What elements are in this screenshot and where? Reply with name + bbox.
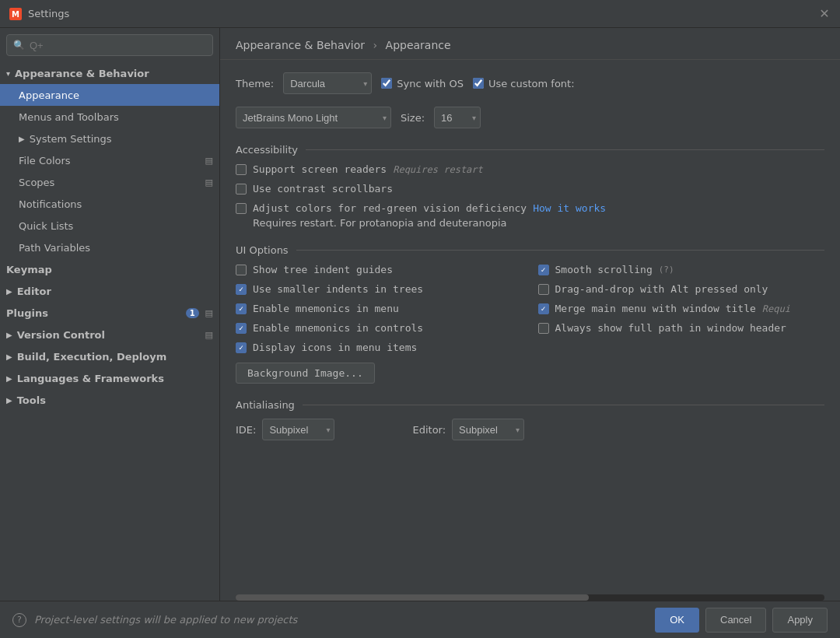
sidebar-item-quick-lists[interactable]: Quick Lists bbox=[0, 215, 219, 237]
merge-menu-label: Merge main menu with window title bbox=[555, 303, 756, 314]
screen-readers-row: Support screen readers Requires restart bbox=[236, 163, 824, 175]
sidebar-item-system-settings[interactable]: ▶ System Settings bbox=[0, 128, 219, 149]
sidebar-item-menus-toolbars[interactable]: Menus and Toolbars bbox=[0, 106, 219, 128]
chevron-right-icon: ▶ bbox=[6, 287, 12, 296]
breadcrumb: Appearance & Behavior › Appearance bbox=[236, 39, 824, 51]
drag-drop-label: Drag-and-drop with Alt pressed only bbox=[555, 283, 768, 295]
footer-left: ? Project-level settings will be applied… bbox=[12, 613, 297, 627]
sidebar-item-languages[interactable]: ▶ Languages & Frameworks bbox=[0, 367, 219, 389]
plugins-badge: 1 bbox=[186, 308, 199, 318]
custom-font-checkbox-label[interactable]: Use custom font: bbox=[473, 78, 575, 89]
sync-os-checkbox-label[interactable]: Sync with OS bbox=[381, 78, 464, 89]
title-bar: M Settings ✕ bbox=[0, 0, 840, 28]
sidebar-item-label: Quick Lists bbox=[19, 220, 73, 232]
contrast-scrollbars-row: Use contrast scrollbars bbox=[236, 183, 824, 195]
display-icons-row: ✓ Display icons in menu items bbox=[236, 342, 523, 353]
drag-drop-checkbox[interactable] bbox=[538, 284, 549, 295]
theme-dropdown-wrapper[interactable]: Darcula IntelliJ Light High Contrast bbox=[283, 72, 372, 94]
close-button[interactable]: ✕ bbox=[818, 8, 831, 20]
theme-select[interactable]: Darcula IntelliJ Light High Contrast bbox=[283, 72, 372, 94]
sidebar-item-path-variables[interactable]: Path Variables bbox=[0, 237, 219, 258]
custom-font-checkbox[interactable] bbox=[473, 78, 484, 89]
editor-aa-select[interactable]: Subpixel Greyscale None bbox=[452, 419, 524, 440]
main-layout: 🔍 ▾ Appearance & Behavior Appearance Men… bbox=[0, 28, 840, 601]
smaller-indents-label: Use smaller indents in trees bbox=[253, 283, 423, 295]
content-panel: Appearance & Behavior › Appearance Theme… bbox=[220, 28, 840, 601]
footer-buttons: OK Cancel Apply bbox=[655, 608, 828, 633]
editor-aa-dropdown-wrapper[interactable]: Subpixel Greyscale None bbox=[452, 419, 524, 440]
ide-aa-dropdown-wrapper[interactable]: Subpixel Greyscale None bbox=[262, 419, 334, 440]
breadcrumb-parent: Appearance & Behavior bbox=[236, 39, 365, 51]
sidebar-item-appearance-behavior[interactable]: ▾ Appearance & Behavior bbox=[0, 62, 219, 84]
sidebar-item-label: Editor bbox=[17, 286, 51, 297]
footer-note: Project-level settings will be applied t… bbox=[34, 614, 297, 626]
sidebar-item-editor[interactable]: ▶ Editor bbox=[0, 280, 219, 302]
contrast-scrollbars-checkbox[interactable] bbox=[236, 184, 247, 195]
mnemonics-controls-checkbox[interactable]: ✓ bbox=[236, 323, 247, 334]
ide-aa-select[interactable]: Subpixel Greyscale None bbox=[262, 419, 334, 440]
merge-menu-checkbox[interactable]: ✓ bbox=[538, 303, 549, 314]
breadcrumb-separator: › bbox=[373, 39, 378, 51]
sidebar-item-tools[interactable]: ▶ Tools bbox=[0, 389, 219, 411]
breadcrumb-current: Appearance bbox=[386, 39, 451, 51]
tree-indent-row: Show tree indent guides bbox=[236, 264, 523, 275]
plugins-badge-row: 1 ▤ bbox=[186, 308, 213, 318]
background-image-button[interactable]: Background Image... bbox=[236, 363, 375, 384]
display-icons-checkbox[interactable]: ✓ bbox=[236, 342, 247, 353]
sidebar-item-keymap[interactable]: Keymap bbox=[0, 258, 219, 280]
help-button[interactable]: ? bbox=[12, 613, 26, 627]
search-input[interactable] bbox=[30, 40, 206, 51]
sidebar-item-label: Notifications bbox=[19, 198, 82, 210]
display-icons-label: Display icons in menu items bbox=[253, 342, 417, 353]
full-path-label: Always show full path in window header bbox=[555, 322, 786, 334]
contrast-scrollbars-label: Use contrast scrollbars bbox=[253, 183, 393, 195]
smaller-indents-checkbox[interactable]: ✓ bbox=[236, 284, 247, 295]
apply-button[interactable]: Apply bbox=[772, 608, 828, 633]
sidebar-item-scopes[interactable]: Scopes ▤ bbox=[0, 171, 219, 193]
accessibility-section: Accessibility Support screen readers Req… bbox=[236, 144, 824, 229]
screen-readers-label: Support screen readers bbox=[253, 163, 387, 175]
search-box[interactable]: 🔍 bbox=[6, 34, 213, 56]
sidebar-item-build-execution[interactable]: ▶ Build, Execution, Deploym bbox=[0, 345, 219, 367]
check-mark: ✓ bbox=[239, 324, 243, 332]
font-dropdown-wrapper[interactable]: JetBrains Mono Light JetBrains Mono Cons… bbox=[236, 107, 391, 128]
mnemonics-menu-checkbox[interactable]: ✓ bbox=[236, 303, 247, 314]
edit-icon: ▤ bbox=[205, 308, 213, 318]
sync-os-checkbox[interactable] bbox=[381, 78, 392, 89]
smooth-scrolling-checkbox[interactable]: ✓ bbox=[538, 265, 549, 275]
screen-readers-checkbox[interactable] bbox=[236, 164, 247, 175]
sidebar-item-notifications[interactable]: Notifications bbox=[0, 193, 219, 215]
how-it-works-link[interactable]: How it works bbox=[533, 202, 606, 214]
ide-antialias-item: IDE: Subpixel Greyscale None bbox=[236, 419, 334, 440]
sidebar-item-label: Menus and Toolbars bbox=[19, 111, 119, 123]
sidebar-item-version-control[interactable]: ▶ Version Control ▤ bbox=[0, 324, 219, 345]
antialiasing-section: Antialiasing IDE: Subpixel Greyscale Non… bbox=[236, 399, 824, 440]
smaller-indents-row: ✓ Use smaller indents in trees bbox=[236, 283, 523, 295]
sidebar-group-label: Appearance & Behavior bbox=[15, 68, 149, 79]
font-select[interactable]: JetBrains Mono Light JetBrains Mono Cons… bbox=[236, 107, 391, 128]
help-icon[interactable]: (?) bbox=[659, 265, 674, 275]
sidebar-item-label: Build, Execution, Deploym bbox=[17, 351, 167, 363]
size-dropdown-wrapper[interactable]: 16 12 13 14 18 20 bbox=[434, 107, 481, 128]
tree-indent-checkbox[interactable] bbox=[236, 265, 247, 275]
full-path-row: Always show full path in window header bbox=[538, 322, 825, 334]
sidebar-item-file-colors[interactable]: File Colors ▤ bbox=[0, 149, 219, 171]
svg-text:M: M bbox=[12, 10, 19, 19]
content-header: Appearance & Behavior › Appearance bbox=[220, 28, 840, 60]
horizontal-scrollbar[interactable] bbox=[236, 594, 824, 601]
ok-button[interactable]: OK bbox=[655, 608, 699, 633]
red-green-checkbox[interactable] bbox=[236, 203, 247, 214]
ide-aa-label: IDE: bbox=[236, 424, 256, 436]
sidebar-item-plugins[interactable]: Plugins 1 ▤ bbox=[0, 302, 219, 324]
theme-label: Theme: bbox=[236, 78, 274, 89]
sidebar-item-appearance[interactable]: Appearance bbox=[0, 84, 219, 106]
cancel-button[interactable]: Cancel bbox=[705, 608, 766, 633]
size-select[interactable]: 16 12 13 14 18 20 bbox=[434, 107, 481, 128]
chevron-right-icon: ▶ bbox=[6, 331, 12, 339]
scrollbar-thumb[interactable] bbox=[236, 594, 589, 601]
mnemonics-controls-label: Enable mnemonics in controls bbox=[253, 322, 423, 334]
mnemonics-menu-label: Enable mnemonics in menu bbox=[253, 303, 399, 314]
red-green-row: Adjust colors for red-green vision defic… bbox=[236, 202, 824, 214]
theme-row: Theme: Darcula IntelliJ Light High Contr… bbox=[236, 72, 824, 94]
full-path-checkbox[interactable] bbox=[538, 323, 549, 334]
